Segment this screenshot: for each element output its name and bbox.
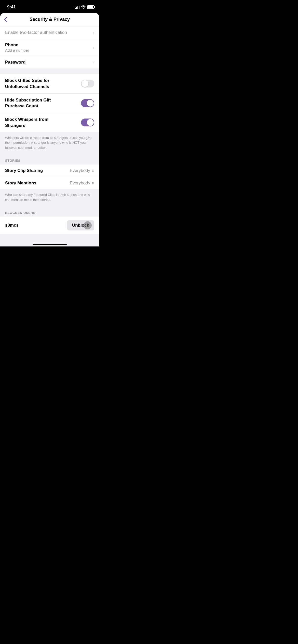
signal-icon — [75, 5, 79, 9]
story-mentions-label: Story Mentions — [5, 181, 36, 186]
stories-description: Who can share my Featured Clips in their… — [0, 190, 99, 206]
gap-1 — [0, 69, 99, 71]
back-button[interactable] — [4, 17, 7, 22]
content: Enable two-factor authentication › Phone… — [0, 26, 99, 234]
block-gifted-subs-row[interactable]: Block Gifted Subs for Unfollowed Channel… — [0, 74, 99, 94]
two-factor-label: Enable two-factor authentication — [5, 30, 67, 35]
status-bar: 9:41 — [0, 0, 99, 13]
phone-sublabel: Add a number — [5, 48, 29, 52]
home-bar — [33, 244, 67, 245]
blocked-user-row: s0mcs Unblock — [0, 217, 99, 234]
hide-subscription-row[interactable]: Hide Subscription Gift Purchase Count — [0, 94, 99, 113]
block-gifted-toggle[interactable] — [81, 80, 94, 87]
unblock-button[interactable]: Unblock — [67, 220, 94, 230]
phone-chevron: › — [93, 45, 94, 50]
clip-sharing-value[interactable]: Everybody ▲ ▼ — [70, 168, 94, 173]
whispers-description: Whispers will be blocked from all strang… — [0, 133, 99, 154]
stories-card: Story Clip Sharing Everybody ▲ ▼ Story M… — [0, 165, 99, 189]
status-icons — [75, 5, 94, 9]
password-row[interactable]: Password › — [0, 56, 99, 68]
stories-section-header: STORIES — [0, 154, 99, 165]
phone-row[interactable]: Phone Add a number › — [0, 39, 99, 56]
nav-bar: Security & Privacy — [0, 13, 99, 26]
two-factor-chevron: › — [93, 30, 94, 35]
blocked-username: s0mcs — [5, 223, 19, 228]
two-factor-row[interactable]: Enable two-factor authentication › — [0, 26, 99, 39]
wifi-icon — [81, 5, 86, 9]
clip-sharing-label: Story Clip Sharing — [5, 168, 43, 173]
block-gifted-label: Block Gifted Subs for Unfollowed Channel… — [5, 78, 69, 90]
password-label: Password — [5, 60, 25, 65]
battery-icon — [87, 5, 94, 9]
toggle-settings-card: Block Gifted Subs for Unfollowed Channel… — [0, 74, 99, 132]
page-title: Security & Privacy — [30, 17, 70, 22]
block-whispers-row[interactable]: Block Whispers from Strangers — [0, 113, 99, 132]
story-mentions-value[interactable]: Everybody ▲ ▼ — [70, 181, 94, 186]
block-whispers-toggle[interactable] — [81, 119, 94, 126]
gap-2 — [0, 71, 99, 74]
auth-settings-card: Enable two-factor authentication › Phone… — [0, 26, 99, 68]
hide-subscription-label: Hide Subscription Gift Purchase Count — [5, 97, 69, 109]
story-mentions-arrow: ▲ ▼ — [92, 181, 94, 185]
blocked-users-card: s0mcs Unblock — [0, 217, 99, 234]
home-indicator — [0, 242, 99, 246]
password-chevron: › — [93, 60, 94, 65]
screen: Security & Privacy Enable two-factor aut… — [0, 13, 99, 246]
status-time: 9:41 — [7, 5, 16, 10]
hide-subscription-toggle[interactable] — [81, 99, 94, 107]
phone-label: Phone — [5, 42, 29, 48]
button-press-overlay — [84, 221, 92, 229]
story-mentions-row[interactable]: Story Mentions Everybody ▲ ▼ — [0, 177, 99, 189]
clip-sharing-row[interactable]: Story Clip Sharing Everybody ▲ ▼ — [0, 165, 99, 177]
block-whispers-label: Block Whispers from Strangers — [5, 116, 69, 129]
clip-sharing-arrow: ▲ ▼ — [92, 169, 94, 173]
blocked-users-section-header: BLOCKED USERS — [0, 206, 99, 217]
